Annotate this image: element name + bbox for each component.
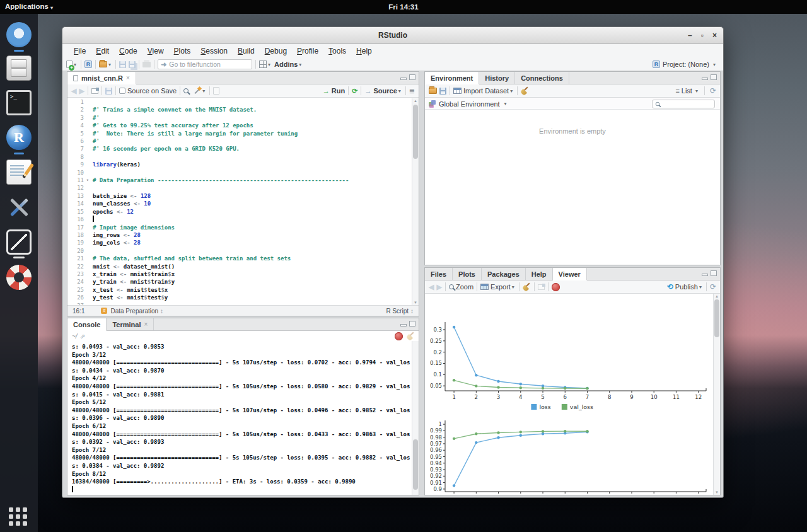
editor-scrollbar[interactable]: ▲ ▼ xyxy=(412,98,419,305)
addins-menu[interactable]: Addins xyxy=(274,61,298,68)
chevron-down-icon[interactable]: ▾ xyxy=(504,101,507,107)
minimize-pane-icon[interactable] xyxy=(702,274,708,276)
close-tab-icon[interactable]: × xyxy=(144,321,148,328)
chromium-icon[interactable] xyxy=(6,22,32,47)
menu-code[interactable]: Code xyxy=(114,47,142,55)
save-all-button[interactable] xyxy=(129,61,136,68)
tab-viewer[interactable]: Viewer xyxy=(553,268,587,280)
scroll-down-icon[interactable]: ▼ xyxy=(714,490,720,494)
file-manager-icon[interactable] xyxy=(6,55,32,81)
run-icon[interactable]: → xyxy=(323,87,330,95)
menu-debug[interactable]: Debug xyxy=(260,47,292,55)
terminal-icon[interactable]: >_ xyxy=(6,90,32,115)
popout-icon[interactable] xyxy=(538,284,545,290)
maximize-pane-icon[interactable] xyxy=(711,270,717,276)
rstudio-icon[interactable]: R xyxy=(6,125,32,150)
interrupt-icon[interactable] xyxy=(395,332,403,340)
chevron-down-icon[interactable]: ▾ xyxy=(202,88,205,94)
source-button[interactable]: Source xyxy=(373,87,397,95)
tab-packages[interactable]: Packages xyxy=(482,268,526,280)
tab-history[interactable]: History xyxy=(479,72,515,84)
cursor-position[interactable]: 16:1 xyxy=(73,308,84,315)
tab-plots[interactable]: Plots xyxy=(453,268,482,280)
source-on-save-checkbox[interactable] xyxy=(119,88,125,94)
stop-icon[interactable] xyxy=(552,283,560,291)
scroll-up-icon[interactable]: ▲ xyxy=(714,294,720,298)
menu-tools[interactable]: Tools xyxy=(323,47,351,55)
panes-layout-button[interactable] xyxy=(259,61,267,68)
maximize-pane-icon[interactable] xyxy=(409,321,415,327)
window-titlebar[interactable]: RStudio – ▫ × xyxy=(62,27,723,43)
menu-build[interactable]: Build xyxy=(233,47,260,55)
chevron-down-icon[interactable]: ▾ xyxy=(398,88,401,94)
menu-profile[interactable]: Profile xyxy=(292,47,323,55)
maximize-pane-icon[interactable] xyxy=(409,74,415,80)
tab-environment[interactable]: Environment xyxy=(425,72,479,84)
scrollbar-thumb[interactable] xyxy=(714,299,719,337)
clear-environment-icon[interactable] xyxy=(521,87,529,95)
menu-help[interactable]: Help xyxy=(351,47,377,55)
console-output[interactable]: s: 0.0493 - val_acc: 0.9853Epoch 3/12480… xyxy=(67,341,412,495)
list-view-button[interactable]: List xyxy=(682,87,692,95)
menu-session[interactable]: Session xyxy=(195,47,233,55)
menu-edit[interactable]: Edit xyxy=(91,47,114,55)
maximize-button[interactable]: ▫ xyxy=(701,30,704,41)
import-dataset-icon[interactable] xyxy=(453,88,462,94)
section-label[interactable]: Data Preparation xyxy=(110,308,158,315)
minimize-pane-icon[interactable] xyxy=(400,78,407,80)
refresh-icon[interactable]: ⟳ xyxy=(710,282,716,291)
save-workspace-icon[interactable] xyxy=(439,88,446,95)
new-file-button[interactable] xyxy=(66,61,73,68)
menu-file[interactable]: File xyxy=(69,47,91,55)
outline-icon[interactable]: ≣ xyxy=(409,87,415,95)
forward-icon[interactable]: ▶ xyxy=(79,87,84,95)
minimize-pane-icon[interactable] xyxy=(702,78,708,80)
tools-icon[interactable] xyxy=(6,195,32,220)
scroll-up-icon[interactable]: ▲ xyxy=(412,99,419,103)
close-tab-icon[interactable]: × xyxy=(126,74,130,81)
chevron-down-icon[interactable]: ▾ xyxy=(699,284,702,290)
load-workspace-icon[interactable] xyxy=(429,88,437,94)
display-settings-icon[interactable] xyxy=(6,229,32,255)
scroll-down-icon[interactable]: ▼ xyxy=(412,301,419,304)
tab-connections[interactable]: Connections xyxy=(515,72,569,84)
goto-file-input[interactable]: ➜ Go to file/function xyxy=(158,59,252,69)
text-editor-icon[interactable] xyxy=(6,159,32,185)
save-button[interactable] xyxy=(119,61,126,68)
chevron-down-icon[interactable]: ▾ xyxy=(268,62,270,67)
menu-view[interactable]: View xyxy=(142,47,169,55)
clock[interactable]: Fri 14:31 xyxy=(0,3,807,11)
code-tools-icon[interactable] xyxy=(194,87,201,95)
minimize-pane-icon[interactable] xyxy=(400,324,407,327)
environment-search-input[interactable] xyxy=(652,100,715,108)
scope-selector[interactable]: Global Environment xyxy=(439,100,500,108)
print-button[interactable] xyxy=(142,62,151,67)
maximize-pane-icon[interactable] xyxy=(711,74,717,80)
refresh-icon[interactable]: ⟳ xyxy=(710,86,716,95)
clear-viewer-icon[interactable] xyxy=(523,283,531,291)
scrollbar-thumb[interactable] xyxy=(413,105,418,159)
chevron-down-icon[interactable]: ▾ xyxy=(512,284,514,290)
compile-report-icon[interactable] xyxy=(213,87,219,95)
goto-directory-icon[interactable]: ⇗ xyxy=(80,333,85,340)
chevron-down-icon[interactable]: ▾ xyxy=(695,88,698,94)
console-scrollbar[interactable] xyxy=(412,341,419,495)
tab-mnist-cnn[interactable]: mnist_cnn.R × xyxy=(67,72,136,84)
back-icon[interactable]: ◀ xyxy=(71,87,76,95)
help-icon[interactable] xyxy=(6,265,32,290)
show-applications-button[interactable] xyxy=(9,507,29,528)
chevron-down-icon[interactable]: ▾ xyxy=(510,88,513,94)
tab-help[interactable]: Help xyxy=(526,268,553,280)
chevron-down-icon[interactable]: ▾ xyxy=(299,62,301,67)
source-icon[interactable]: → xyxy=(364,87,371,95)
clear-console-icon[interactable] xyxy=(407,332,415,340)
popout-icon[interactable] xyxy=(91,88,98,94)
minimize-button[interactable]: – xyxy=(688,30,692,41)
project-menu[interactable]: R Project: (None) ▾ xyxy=(653,61,717,68)
chevron-down-icon[interactable]: ▾ xyxy=(108,62,111,67)
menu-plots[interactable]: Plots xyxy=(169,47,196,55)
save-file-icon[interactable] xyxy=(105,88,112,95)
zoom-icon[interactable] xyxy=(449,284,454,289)
rerun-icon[interactable]: ⟳ xyxy=(352,87,357,95)
viewer-scrollbar[interactable]: ▲ ▼ xyxy=(713,294,720,495)
